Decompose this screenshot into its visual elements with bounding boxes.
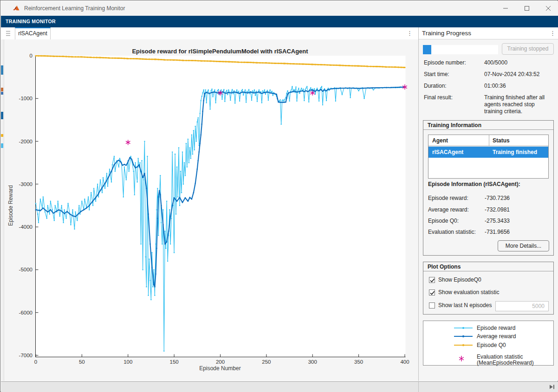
y-tick-label: -7000 xyxy=(19,353,32,358)
n-episodes-input[interactable] xyxy=(495,301,549,311)
y-tick-label: -3000 xyxy=(19,181,32,187)
episode-information-title: Episode Information (rlSACAgent): xyxy=(428,181,520,187)
evaluation-statistic-label: Evaluation statistic: xyxy=(428,229,476,235)
plot-options-section: Plot Options Show EpisodeQ0 Show evaluat… xyxy=(423,262,554,315)
show-episodeq0-checkbox[interactable] xyxy=(429,277,435,283)
average-reward-legend-sample xyxy=(454,334,473,339)
x-tick-label: 300 xyxy=(308,359,317,365)
x-axis-label: Episode Number xyxy=(199,365,240,372)
average-reward-label: Average reward: xyxy=(428,206,469,213)
training-progress-fill xyxy=(423,45,431,54)
ribbon-tab-training-monitor[interactable]: TRAINING MONITOR xyxy=(6,16,56,27)
figure-area: 0-1000-2000-3000-4000-5000-6000-70000501… xyxy=(1,39,417,381)
show-evaluation-statistic-label: Show evaluation statistic xyxy=(438,289,499,296)
title-bar: Reinforcement Learning Training Monitor xyxy=(1,1,558,16)
chart-legend: Episode reward Average reward Episode Q0… xyxy=(423,321,554,366)
panel-options-icon[interactable]: ⋮ xyxy=(550,27,556,39)
start-time-label: Start time: xyxy=(424,71,449,78)
document-tabstrip: rlSACAgent ⋮ xyxy=(1,27,418,39)
plot-area xyxy=(36,56,406,357)
evaluation-statistic-value: -731.9656 xyxy=(485,229,510,235)
tab-options-icon[interactable]: ⋮ xyxy=(407,27,413,39)
x-tick-label: 150 xyxy=(170,359,179,365)
evaluation-statistic-legend-sample xyxy=(458,355,465,362)
chart-title: Episode reward for rlSimplePendulumModel… xyxy=(132,48,308,55)
table-row[interactable]: rlSACAgent Training finished xyxy=(428,147,548,158)
legend-average-reward: Average reward xyxy=(477,334,516,340)
table-header-row: Agent Status xyxy=(428,135,548,146)
maximize-button[interactable] xyxy=(516,1,538,16)
x-tick-label: 100 xyxy=(123,359,132,365)
column-status: Status xyxy=(489,135,548,146)
episode-number-label: Episode number: xyxy=(424,59,466,66)
final-result-value: Training finished after all agents reach… xyxy=(484,94,552,115)
x-tick-label: 350 xyxy=(354,359,363,365)
y-tick-label: -2000 xyxy=(19,139,32,144)
average-reward-value: -732.0981 xyxy=(485,206,510,213)
y-axis-label: Episode Reward xyxy=(7,185,14,226)
final-result-label: Final result: xyxy=(424,94,453,101)
start-time-value: 07-Nov-2024 20:43:52 xyxy=(484,71,552,78)
episode-reward-value: -730.7236 xyxy=(485,195,510,201)
y-tick-label: 0 xyxy=(30,53,32,58)
y-tick-label: -4000 xyxy=(19,224,32,230)
x-tick-label: 200 xyxy=(216,359,225,365)
column-agent: Agent xyxy=(428,135,489,146)
training-information-title: Training Information xyxy=(428,122,481,129)
show-episodeq0-label: Show EpisodeQ0 xyxy=(438,277,481,283)
y-tick-label: -5000 xyxy=(19,267,32,272)
status-cell: Training finished xyxy=(489,147,548,158)
episode-reward-label: Episode reward: xyxy=(428,195,468,201)
x-tick-label: 0 xyxy=(34,359,37,365)
legend-episode-reward: Episode reward xyxy=(477,325,515,331)
panel-gap xyxy=(417,39,421,381)
training-stopped-button[interactable]: Training stopped xyxy=(502,43,554,55)
panel-title: Training Progress xyxy=(422,27,471,39)
minimize-button[interactable] xyxy=(495,1,516,16)
training-progress-panel: Training Progress ⋮ Training stopped Epi… xyxy=(421,27,558,381)
episode-q0-legend-sample xyxy=(454,342,473,348)
header-divider xyxy=(418,27,419,381)
close-button[interactable] xyxy=(538,1,558,16)
episode-number-value: 400/5000 xyxy=(484,59,552,66)
training-progress-bar xyxy=(423,45,498,54)
training-information-section: Training Information Agent Status rlSACA… xyxy=(423,120,554,256)
panel-header: Training Progress ⋮ xyxy=(419,27,558,39)
y-tick-label: -6000 xyxy=(19,310,32,315)
agent-status-table: Agent Status rlSACAgent Training finishe… xyxy=(428,135,549,179)
tab-rlsacagent[interactable]: rlSACAgent xyxy=(15,27,51,39)
legend-evaluation-statistic-line2: (MeanEpisodeReward) xyxy=(477,360,534,366)
tab-grip-handle[interactable] xyxy=(6,30,11,37)
x-tick-label: 50 xyxy=(79,359,85,365)
window-title: Reinforcement Learning Training Monitor xyxy=(24,1,125,16)
tab-label: rlSACAgent xyxy=(18,30,47,37)
duration-value: 01:00:36 xyxy=(484,83,552,90)
duration-label: Duration: xyxy=(424,83,447,90)
show-last-n-episodes-label: Show last N episodes xyxy=(438,302,492,308)
ribbon-bar: TRAINING MONITOR xyxy=(1,16,558,27)
skip-to-end-icon[interactable] xyxy=(549,384,555,390)
more-details-button[interactable]: More Details... xyxy=(498,240,549,251)
y-tick-label: -1000 xyxy=(19,96,32,101)
episode-reward-legend-sample xyxy=(454,325,473,331)
matlab-logo-icon xyxy=(13,5,19,11)
episode-q0-value: -275.3433 xyxy=(485,218,510,224)
show-evaluation-statistic-checkbox[interactable] xyxy=(429,289,435,296)
status-bar xyxy=(1,381,558,392)
x-tick-label: 250 xyxy=(262,359,271,365)
legend-episode-q0: Episode Q0 xyxy=(477,342,506,348)
episode-q0-label: Episode Q0: xyxy=(428,218,459,224)
app-window: Reinforcement Learning Training Monitor … xyxy=(0,0,558,392)
agent-cell: rlSACAgent xyxy=(428,147,489,158)
status-bar-divider xyxy=(418,382,419,392)
plot-options-title: Plot Options xyxy=(428,263,461,270)
reward-chart: 0-1000-2000-3000-4000-5000-6000-70000501… xyxy=(1,39,417,381)
x-tick-label: 400 xyxy=(400,359,409,365)
show-last-n-episodes-checkbox[interactable] xyxy=(429,302,435,308)
